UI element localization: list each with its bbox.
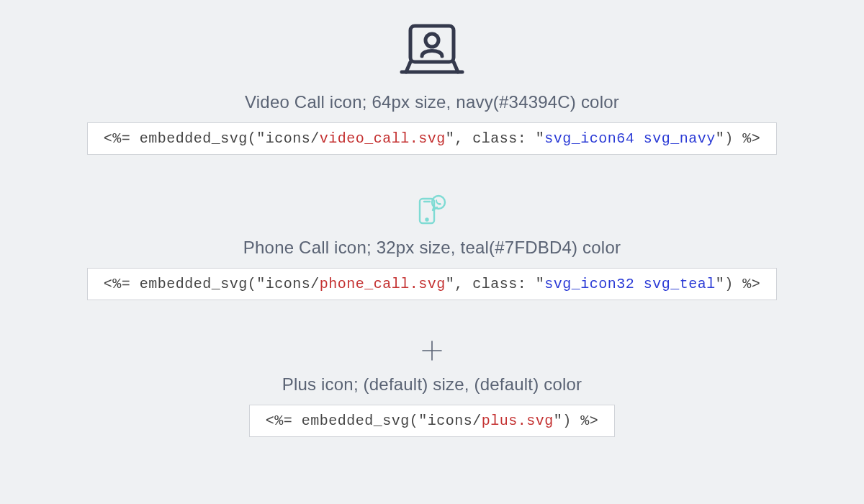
- code-suffix: ") %>: [554, 413, 599, 429]
- code-prefix: <%= embedded_svg("icons/: [104, 130, 320, 147]
- code-prefix: <%= embedded_svg("icons/: [104, 276, 320, 292]
- phone-call-icon: [415, 194, 449, 225]
- example-video-call: Video Call icon; 64px size, navy(#34394C…: [87, 22, 778, 155]
- caption-plus: Plus icon; (default) size, (default) col…: [282, 374, 582, 395]
- plus-icon: [421, 340, 443, 361]
- code-filename: phone_call.svg: [320, 276, 446, 292]
- video-call-icon: [397, 22, 467, 79]
- code-prefix: <%= embedded_svg("icons/: [266, 413, 482, 429]
- code-filename: plus.svg: [482, 413, 554, 429]
- code-class: svg_icon64 svg_navy: [544, 130, 716, 147]
- example-plus: Plus icon; (default) size, (default) col…: [249, 340, 616, 437]
- code-suffix: ") %>: [716, 130, 761, 147]
- code-mid: ", class: ": [446, 130, 545, 147]
- caption-phone-call: Phone Call icon; 32px size, teal(#7FDBD4…: [243, 238, 621, 258]
- caption-video-call: Video Call icon; 64px size, navy(#34394C…: [245, 92, 619, 112]
- code-mid: ", class: ": [446, 276, 545, 292]
- code-class: svg_icon32 svg_teal: [544, 276, 716, 292]
- code-filename: video_call.svg: [320, 130, 446, 147]
- svg-point-4: [426, 219, 428, 221]
- codebox-video-call: <%= embedded_svg("icons/video_call.svg",…: [87, 122, 778, 155]
- codebox-plus: <%= embedded_svg("icons/plus.svg") %>: [249, 405, 616, 437]
- example-phone-call: Phone Call icon; 32px size, teal(#7FDBD4…: [87, 194, 778, 300]
- code-suffix: ") %>: [716, 276, 761, 292]
- svg-rect-0: [410, 26, 454, 62]
- svg-point-1: [426, 34, 438, 47]
- codebox-phone-call: <%= embedded_svg("icons/phone_call.svg",…: [87, 268, 778, 300]
